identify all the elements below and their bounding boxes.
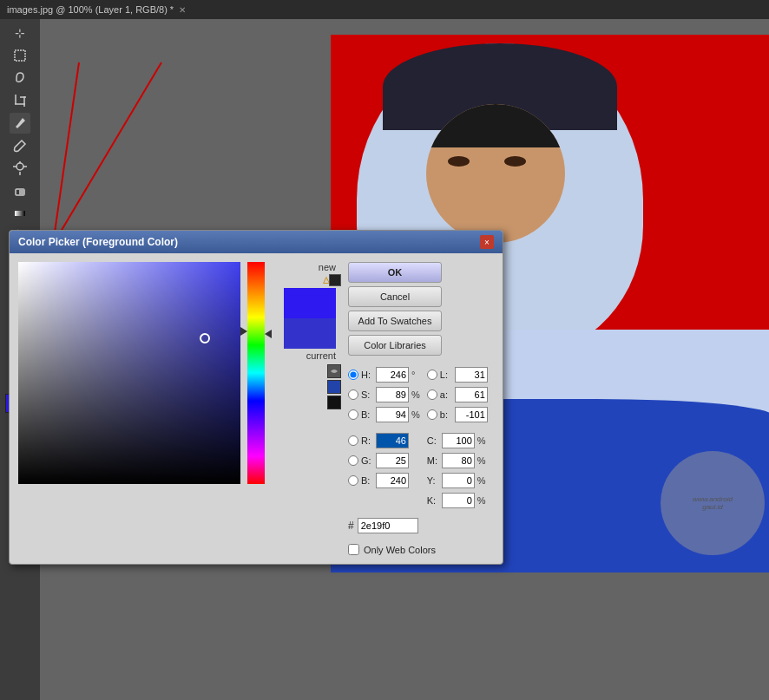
brush-tool[interactable] xyxy=(10,135,30,156)
window-title: images.jpg @ 100% (Layer 1, RGB/8) * xyxy=(7,4,174,15)
a-row: a: xyxy=(427,386,488,403)
svg-rect-0 xyxy=(15,50,25,61)
c-unit: % xyxy=(477,435,486,446)
ok-button[interactable]: OK xyxy=(348,262,442,283)
l-input[interactable] xyxy=(455,367,488,383)
saturation-label: S: xyxy=(361,389,373,400)
b-lab-input[interactable] xyxy=(455,407,488,422)
cancel-button[interactable]: Cancel xyxy=(348,286,442,307)
move-tool[interactable]: ⊹ xyxy=(10,23,30,43)
color-picker-cursor xyxy=(200,333,210,343)
blue-input[interactable] xyxy=(376,473,409,488)
svg-rect-12 xyxy=(19,189,24,195)
a-radio[interactable] xyxy=(427,389,437,400)
color-mode-icon-1[interactable] xyxy=(327,364,341,378)
saturation-input[interactable] xyxy=(376,387,409,402)
blue-row: B: xyxy=(348,472,420,489)
brightness-row: B: % xyxy=(348,406,420,423)
current-color-label: current xyxy=(306,350,336,361)
hue-radio[interactable] xyxy=(348,370,358,380)
new-color-label: new xyxy=(319,262,336,272)
l-row: L: xyxy=(427,366,488,383)
green-radio[interactable] xyxy=(348,455,358,466)
b-lab-label: b: xyxy=(440,409,452,420)
blue-radio[interactable] xyxy=(348,475,358,486)
m-row: M: % xyxy=(427,452,488,469)
blue-label: B: xyxy=(361,475,373,486)
dialog-body: new ! current xyxy=(10,253,503,564)
hex-label: # xyxy=(348,520,354,532)
web-colors-checkbox[interactable] xyxy=(348,544,359,555)
m-label: M: xyxy=(427,455,439,466)
brightness-label: B: xyxy=(361,409,373,420)
c-label: C: xyxy=(427,435,439,446)
hue-row: H: ° xyxy=(348,366,420,383)
hex-input[interactable] xyxy=(358,518,418,533)
k-label: K: xyxy=(427,495,439,506)
color-cube-icon[interactable] xyxy=(329,274,341,286)
c-input[interactable] xyxy=(442,433,475,448)
color-mode-icon-2[interactable] xyxy=(327,380,341,394)
color-picker-dialog: Color Picker (Foreground Color) × new xyxy=(9,230,503,565)
dialog-close-button[interactable]: × xyxy=(480,235,494,249)
y-unit: % xyxy=(477,475,486,486)
eyedropper-tool[interactable] xyxy=(10,113,30,134)
inputs-section: H: ° S: % xyxy=(348,366,488,509)
lasso-tool[interactable] xyxy=(10,68,30,88)
y-input[interactable] xyxy=(442,473,475,488)
dialog-titlebar: Color Picker (Foreground Color) × xyxy=(10,231,503,253)
green-row: G: xyxy=(348,452,420,469)
color-mode-icons xyxy=(327,364,341,409)
c-row: C: % xyxy=(427,432,488,449)
new-color-swatch[interactable] xyxy=(284,288,336,318)
hue-unit: ° xyxy=(411,370,415,380)
a-input[interactable] xyxy=(455,387,488,402)
brightness-input[interactable] xyxy=(376,407,409,422)
dialog-title: Color Picker (Foreground Color) xyxy=(18,236,178,248)
warning-icon: ! xyxy=(320,277,327,284)
hue-label: H: xyxy=(361,370,373,380)
hsb-rgb-column: H: ° S: % xyxy=(348,366,420,509)
color-gradient-picker[interactable] xyxy=(18,262,240,555)
l-radio[interactable] xyxy=(427,370,437,380)
add-to-swatches-button[interactable]: Add To Swatches xyxy=(348,311,442,331)
red-input[interactable] xyxy=(376,433,409,448)
tab-close-button[interactable]: ✕ xyxy=(179,5,186,15)
k-input[interactable] xyxy=(442,493,475,508)
canvas-overlay-svg xyxy=(40,19,361,262)
color-mode-icon-3[interactable] xyxy=(327,396,341,409)
eraser-tool[interactable] xyxy=(10,180,30,201)
gradient-tool[interactable] xyxy=(10,203,30,224)
hex-row: # xyxy=(348,518,488,533)
action-buttons: OK Cancel Add To Swatches Color Librarie… xyxy=(348,262,488,356)
brightness-unit: % xyxy=(411,409,420,420)
red-row: R: xyxy=(348,432,420,449)
hue-left-arrow xyxy=(240,327,247,336)
m-unit: % xyxy=(477,455,486,466)
svg-rect-13 xyxy=(15,211,25,216)
saturation-radio[interactable] xyxy=(348,389,358,400)
hue-input[interactable] xyxy=(376,367,409,383)
saturation-unit: % xyxy=(411,389,420,400)
marquee-tool[interactable] xyxy=(10,45,30,66)
right-panel: OK Cancel Add To Swatches Color Librarie… xyxy=(348,262,488,555)
hue-right-arrow xyxy=(265,330,272,338)
color-libraries-button[interactable]: Color Libraries xyxy=(348,335,442,356)
green-input[interactable] xyxy=(376,453,409,468)
b-lab-radio[interactable] xyxy=(427,409,437,420)
current-color-swatch[interactable] xyxy=(284,318,336,349)
top-bar: images.jpg @ 100% (Layer 1, RGB/8) * ✕ xyxy=(0,0,769,19)
y-row: Y: % xyxy=(427,472,488,489)
lab-cmyk-column: L: a: b: xyxy=(427,366,488,509)
clone-tool[interactable] xyxy=(10,158,30,179)
m-input[interactable] xyxy=(442,453,475,468)
saturation-row: S: % xyxy=(348,386,420,403)
svg-text:!: ! xyxy=(325,278,326,283)
a-label: a: xyxy=(440,389,452,400)
crop-tool[interactable] xyxy=(10,90,30,111)
hue-slider[interactable] xyxy=(247,262,265,484)
brightness-radio[interactable] xyxy=(348,409,358,420)
red-radio[interactable] xyxy=(348,435,358,446)
svg-line-21 xyxy=(53,62,161,245)
k-unit: % xyxy=(477,495,486,506)
